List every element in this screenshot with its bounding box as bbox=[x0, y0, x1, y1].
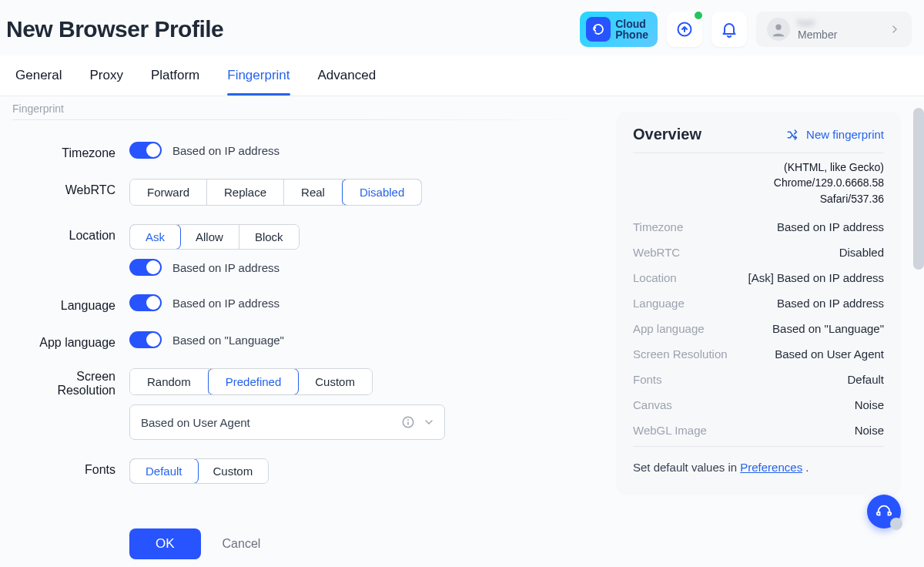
overview-row: App languageBased on "Language" bbox=[633, 316, 884, 341]
topbar: New Browser Profile Cloud Phone hori M bbox=[0, 0, 924, 55]
section-heading: Fingerprint bbox=[12, 102, 598, 119]
member-menu[interactable]: hori Member bbox=[756, 12, 912, 47]
overview-key: Language bbox=[633, 297, 685, 310]
row-location: Location AskAllowBlock Based on IP addre… bbox=[12, 224, 598, 276]
location-option-allow[interactable]: Allow bbox=[180, 225, 239, 249]
overview-heading: Overview bbox=[633, 126, 701, 143]
overview-row: FontsDefault bbox=[633, 367, 884, 392]
webrtc-option-forward[interactable]: Forward bbox=[130, 179, 207, 205]
overview-value: Based on IP address bbox=[777, 220, 884, 233]
row-screen-resolution: ScreenResolution RandomPredefinedCustom … bbox=[12, 368, 598, 440]
ok-button[interactable]: OK bbox=[129, 528, 201, 559]
toggle-app-language-text: Based on "Language" bbox=[172, 334, 284, 347]
row-app-language: App language Based on "Language" bbox=[12, 331, 598, 350]
user-agent-text: (KHTML, like Gecko)Chrome/129.0.6668.58S… bbox=[633, 159, 884, 206]
overview-key: Timezone bbox=[633, 220, 683, 233]
label-app-language: App language bbox=[12, 331, 129, 350]
tabs: GeneralProxyPlatformFingerprintAdvanced bbox=[0, 55, 924, 96]
tab-general[interactable]: General bbox=[15, 55, 62, 96]
toggle-language-text: Based on IP address bbox=[172, 297, 280, 310]
member-name: hori bbox=[798, 17, 837, 29]
preferences-link[interactable]: Preferences bbox=[740, 461, 802, 474]
location-option-block[interactable]: Block bbox=[239, 225, 299, 249]
footer-actions: OK Cancel bbox=[129, 528, 260, 559]
scrollbar[interactable] bbox=[913, 108, 924, 270]
webrtc-option-disabled[interactable]: Disabled bbox=[342, 179, 422, 206]
segmented-screen-resolution: RandomPredefinedCustom bbox=[129, 368, 373, 395]
overview-value: Noise bbox=[855, 398, 884, 411]
chevron-down-icon bbox=[423, 416, 435, 428]
overview-value: Based on User Agent bbox=[775, 347, 884, 361]
location-option-ask[interactable]: Ask bbox=[129, 224, 181, 250]
select-screen-resolution-value: Based on User Agent bbox=[141, 416, 250, 429]
label-timezone: Timezone bbox=[12, 142, 129, 160]
label-fonts: Fonts bbox=[12, 458, 129, 477]
segmented-location: AskAllowBlock bbox=[129, 224, 300, 250]
cloud-phone-icon bbox=[586, 17, 611, 42]
overview-value: Disabled bbox=[839, 246, 884, 259]
overview-key: WebGL Image bbox=[633, 424, 707, 437]
tab-platform[interactable]: Platform bbox=[151, 55, 199, 96]
page-title: New Browser Profile bbox=[3, 16, 223, 42]
support-fab[interactable] bbox=[867, 495, 901, 528]
overview-value: Based on IP address bbox=[777, 297, 884, 310]
overview-key: WebRTC bbox=[633, 246, 680, 259]
overview-row: CanvasNoise bbox=[633, 392, 884, 418]
svg-rect-5 bbox=[407, 421, 409, 425]
screen-resolution-option-custom[interactable]: Custom bbox=[298, 369, 372, 394]
avatar-icon bbox=[767, 18, 790, 41]
overview-key: Screen Resolution bbox=[633, 347, 728, 361]
webrtc-option-real[interactable]: Real bbox=[284, 179, 343, 205]
overview-value: Noise bbox=[855, 424, 884, 437]
overview-value: Default bbox=[847, 373, 884, 386]
row-timezone: Timezone Based on IP address bbox=[12, 142, 598, 160]
sync-button[interactable] bbox=[667, 12, 702, 47]
headset-icon bbox=[875, 503, 892, 520]
label-webrtc: WebRTC bbox=[12, 179, 129, 197]
tab-fingerprint[interactable]: Fingerprint bbox=[227, 55, 290, 96]
member-role: Member bbox=[798, 29, 837, 42]
screen-resolution-option-random[interactable]: Random bbox=[130, 369, 209, 394]
label-location: Location bbox=[12, 224, 129, 243]
toggle-timezone-text: Based on IP address bbox=[172, 144, 280, 157]
fonts-option-default[interactable]: Default bbox=[129, 458, 199, 484]
select-screen-resolution[interactable]: Based on User Agent bbox=[129, 404, 445, 440]
overview-key: Canvas bbox=[633, 398, 672, 411]
overview-row: LanguageBased on IP address bbox=[633, 290, 884, 316]
overview-value: Based on "Language" bbox=[772, 322, 884, 335]
segmented-fonts: DefaultCustom bbox=[129, 458, 269, 484]
status-dot-icon bbox=[693, 10, 704, 21]
overview-row: TimezoneBased on IP address bbox=[633, 214, 884, 240]
toggle-app-language[interactable] bbox=[129, 331, 162, 348]
new-fingerprint-button[interactable]: New fingerprint bbox=[786, 128, 884, 142]
segmented-webrtc: ForwardReplaceRealDisabled bbox=[129, 179, 422, 206]
toggle-language[interactable] bbox=[129, 294, 162, 311]
fonts-option-custom[interactable]: Custom bbox=[198, 459, 269, 483]
section-divider bbox=[12, 119, 598, 120]
tab-proxy[interactable]: Proxy bbox=[89, 55, 122, 96]
overview-row: Location[Ask] Based on IP address bbox=[633, 265, 884, 290]
toggle-location[interactable] bbox=[129, 259, 162, 276]
overview-row: Screen ResolutionBased on User Agent bbox=[633, 341, 884, 367]
row-fonts: Fonts DefaultCustom bbox=[12, 458, 598, 484]
label-language: Language bbox=[12, 294, 129, 313]
main: Fingerprint Timezone Based on IP address… bbox=[0, 96, 924, 567]
webrtc-option-replace[interactable]: Replace bbox=[207, 179, 284, 205]
toggle-timezone[interactable] bbox=[129, 142, 162, 159]
cancel-button[interactable]: Cancel bbox=[223, 537, 261, 551]
shuffle-icon bbox=[786, 128, 800, 142]
overview-panel: Overview New fingerprint (KHTML, like Ge… bbox=[616, 112, 901, 495]
screen-resolution-option-predefined[interactable]: Predefined bbox=[208, 368, 300, 395]
tab-advanced[interactable]: Advanced bbox=[318, 55, 377, 96]
overview-key: App language bbox=[633, 322, 705, 335]
cloud-phone-label: Cloud Phone bbox=[615, 18, 648, 40]
info-icon bbox=[401, 415, 415, 429]
notifications-button[interactable] bbox=[711, 12, 747, 47]
form-area: Fingerprint Timezone Based on IP address… bbox=[0, 96, 616, 567]
topbar-right: Cloud Phone hori Member bbox=[580, 12, 912, 47]
overview-value: [Ask] Based on IP address bbox=[748, 271, 885, 284]
chevron-right-icon bbox=[889, 23, 901, 35]
cloud-phone-button[interactable]: Cloud Phone bbox=[580, 12, 658, 47]
overview-row: WebGL ImageNoise bbox=[633, 418, 884, 443]
toggle-location-text: Based on IP address bbox=[172, 261, 280, 274]
